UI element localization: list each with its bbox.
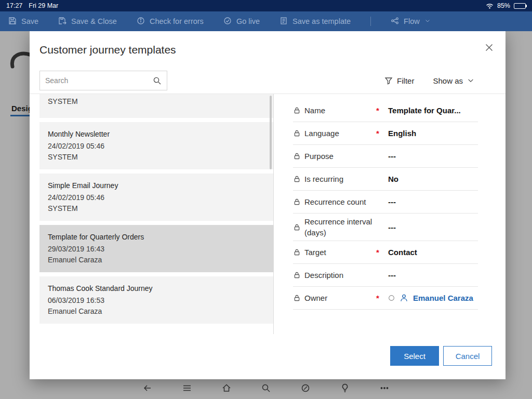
device-status-bar: 17:27 Fri 29 Mar 85% — [0, 0, 532, 11]
field-value: --- — [388, 271, 478, 280]
chevron-down-icon — [424, 17, 431, 25]
field-value: --- — [388, 197, 478, 206]
required-mark: * — [376, 106, 388, 115]
go-live-label: Go live — [236, 17, 260, 25]
item-title: Simple Email Journey — [48, 180, 265, 191]
detail-row-name: Name * Template for Quar... — [293, 99, 478, 122]
field-label: Target — [304, 247, 376, 258]
item-author: SYSTEM — [48, 203, 265, 214]
field-value: Template for Quar... — [388, 106, 478, 115]
show-as-button[interactable]: Show as — [433, 76, 474, 85]
flow-icon — [391, 17, 399, 26]
list-item[interactable]: Simple Email Journey 24/02/2019 05:46 SY… — [39, 174, 273, 221]
save-close-icon — [58, 17, 66, 26]
go-live-button[interactable]: Go live — [223, 17, 260, 26]
item-author: SYSTEM — [48, 152, 265, 163]
check-circle-icon — [223, 17, 232, 26]
item-date: 06/03/2019 16:53 — [48, 295, 265, 306]
command-bar-separator — [370, 17, 371, 26]
dialog-toolbar: Filter Show as — [39, 71, 474, 90]
item-date: 24/02/2019 05:46 — [48, 141, 265, 152]
wifi-icon — [486, 3, 494, 9]
item-author: SYSTEM — [48, 96, 265, 107]
field-label: Recurrence count — [304, 196, 376, 207]
flow-label: Flow — [404, 17, 420, 25]
person-icon — [400, 294, 408, 302]
lock-icon — [293, 294, 301, 302]
chevron-down-icon — [467, 77, 474, 84]
info-circle-icon — [137, 17, 145, 26]
filter-button[interactable]: Filter — [384, 76, 414, 85]
lock-icon — [293, 248, 301, 256]
field-label: Is recurring — [304, 174, 376, 184]
detail-row-recurrence-interval: Recurrence interval (days) --- — [293, 214, 478, 241]
lock-icon — [293, 129, 301, 137]
field-value: Contact — [388, 248, 478, 257]
list-item-selected[interactable]: Template for Quarterly Orders 29/03/2019… — [39, 225, 273, 272]
check-for-errors-label: Check for errors — [150, 17, 204, 25]
view-controls: Filter Show as — [384, 76, 474, 85]
save-as-template-label: Save as template — [292, 17, 351, 25]
save-button[interactable]: Save — [8, 17, 38, 26]
required-mark: * — [376, 294, 388, 302]
list-item[interactable]: Thomas Cook Standard Journey 06/03/2019 … — [39, 276, 273, 324]
item-date: 29/03/2019 16:43 — [48, 244, 265, 255]
detail-row-recurrence-count: Recurrence count --- — [293, 191, 478, 214]
command-bar: Save Save & Close Check for errors Go li… — [0, 11, 532, 31]
field-label: Purpose — [304, 151, 376, 162]
list-item[interactable]: SYSTEM — [39, 94, 273, 118]
detail-row-owner: Owner * Emanuel Caraza — [293, 287, 478, 310]
lock-icon — [293, 175, 301, 183]
required-mark: * — [376, 129, 388, 138]
select-button[interactable]: Select — [390, 346, 439, 366]
save-and-close-label: Save & Close — [71, 17, 117, 25]
field-value: English — [388, 129, 478, 138]
clock-time: 17:27 — [6, 2, 22, 9]
template-details: Name * Template for Quar... Language * E… — [274, 94, 506, 334]
item-title: Template for Quarterly Orders — [48, 232, 265, 243]
field-value: --- — [388, 223, 478, 232]
lock-icon — [293, 271, 301, 279]
detail-row-target: Target * Contact — [293, 241, 478, 264]
search-input[interactable] — [45, 76, 153, 85]
show-as-label: Show as — [433, 76, 463, 85]
list-item[interactable]: Monthly Newsletter 24/02/2019 05:46 SYST… — [39, 122, 273, 169]
lock-icon — [293, 198, 301, 206]
battery-percent: 85% — [497, 2, 510, 9]
check-for-errors-button[interactable]: Check for errors — [137, 17, 204, 26]
save-as-template-button[interactable]: Save as template — [280, 17, 351, 26]
field-label: Language — [304, 128, 376, 139]
required-mark: * — [376, 248, 388, 257]
owner-link[interactable]: Emanuel Caraza — [413, 294, 473, 302]
field-label: Description — [304, 270, 376, 281]
clock-date: Fri 29 Mar — [29, 2, 58, 9]
search-box — [39, 71, 167, 90]
template-list: SYSTEM Monthly Newsletter 24/02/2019 05:… — [30, 94, 274, 334]
filter-icon — [384, 76, 393, 85]
save-as-template-icon — [280, 17, 288, 26]
close-icon[interactable] — [485, 44, 493, 51]
save-icon — [8, 17, 17, 26]
field-label: Recurrence interval (days) — [304, 216, 376, 238]
lock-icon — [293, 152, 301, 160]
item-author: Emanuel Caraza — [48, 255, 265, 265]
dialog-body: SYSTEM Monthly Newsletter 24/02/2019 05:… — [30, 94, 506, 334]
dialog-footer: Select Cancel — [390, 346, 492, 366]
detail-row-language: Language * English — [293, 122, 478, 145]
flow-button[interactable]: Flow — [391, 17, 431, 26]
search-icon[interactable] — [153, 76, 162, 85]
battery-icon — [514, 3, 526, 9]
save-and-close-button[interactable]: Save & Close — [58, 17, 117, 26]
detail-row-is-recurring: Is recurring No — [293, 168, 478, 191]
cancel-button[interactable]: Cancel — [443, 346, 492, 366]
detail-row-purpose: Purpose --- — [293, 145, 478, 168]
item-date: 24/02/2019 05:46 — [48, 192, 265, 203]
field-value: No — [388, 175, 478, 183]
list-scrollbar[interactable] — [270, 96, 272, 169]
dialog-title: Customer journey templates — [39, 44, 176, 56]
customer-journey-templates-dialog: Customer journey templates Filter Show a… — [30, 30, 506, 379]
field-label: Owner — [304, 292, 376, 303]
filter-label: Filter — [397, 76, 414, 85]
field-value: --- — [388, 152, 478, 161]
save-label: Save — [21, 17, 38, 25]
